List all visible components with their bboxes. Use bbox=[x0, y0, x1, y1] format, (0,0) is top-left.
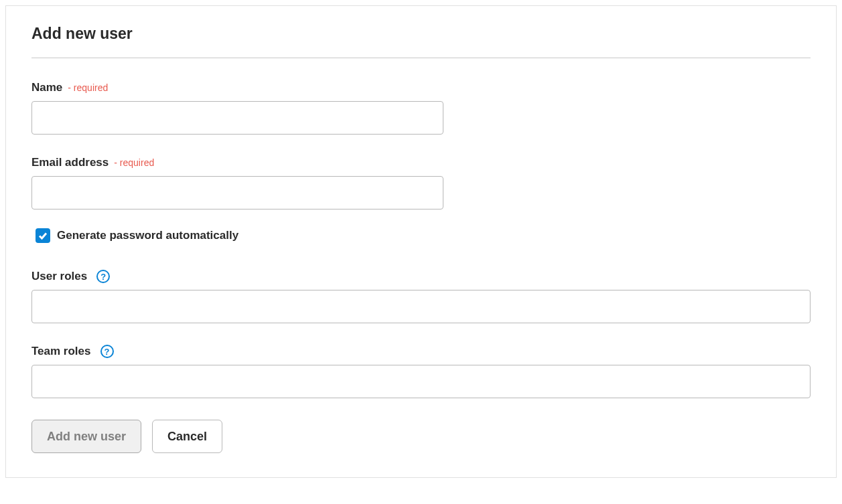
team-roles-label-text: Team roles bbox=[31, 345, 91, 358]
email-label-text: Email address bbox=[31, 156, 109, 169]
user-roles-field-group: User roles ? bbox=[31, 270, 811, 323]
generate-password-row: Generate password automatically bbox=[31, 228, 811, 243]
user-roles-label-text: User roles bbox=[31, 270, 87, 283]
generate-password-label: Generate password automatically bbox=[57, 229, 238, 242]
email-input[interactable] bbox=[31, 176, 443, 209]
help-icon[interactable]: ? bbox=[96, 270, 110, 283]
name-label-text: Name bbox=[31, 81, 62, 94]
add-user-button[interactable]: Add new user bbox=[31, 420, 141, 453]
email-label: Email address - required bbox=[31, 156, 443, 169]
check-icon bbox=[38, 230, 48, 241]
required-marker: - required bbox=[114, 157, 154, 168]
button-row: Add new user Cancel bbox=[31, 420, 811, 453]
name-label: Name - required bbox=[31, 81, 443, 94]
team-roles-input[interactable] bbox=[31, 365, 811, 398]
team-roles-field-group: Team roles ? bbox=[31, 345, 811, 398]
user-roles-label: User roles ? bbox=[31, 270, 811, 283]
required-marker: - required bbox=[68, 82, 108, 93]
name-input[interactable] bbox=[31, 101, 443, 135]
cancel-button[interactable]: Cancel bbox=[152, 420, 222, 453]
email-field-group: Email address - required bbox=[31, 156, 443, 209]
team-roles-label: Team roles ? bbox=[31, 345, 811, 358]
add-user-panel: Add new user Name - required Email addre… bbox=[5, 5, 837, 478]
user-roles-input[interactable] bbox=[31, 290, 811, 323]
name-field-group: Name - required bbox=[31, 81, 443, 135]
generate-password-checkbox[interactable] bbox=[36, 228, 50, 243]
divider bbox=[31, 58, 811, 58]
help-icon[interactable]: ? bbox=[100, 345, 114, 358]
page-title: Add new user bbox=[31, 25, 811, 43]
